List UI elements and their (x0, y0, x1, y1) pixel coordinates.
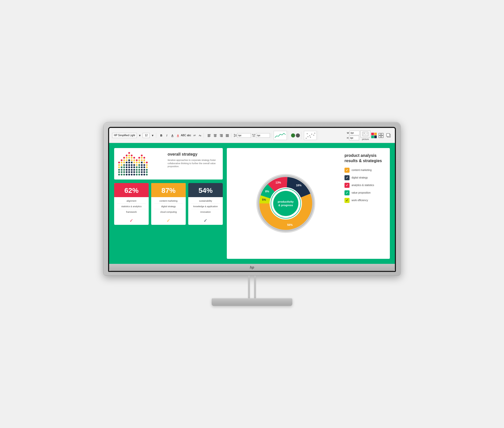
font-name-box[interactable]: HP Simplified Light (112, 133, 137, 138)
dot (136, 171, 138, 173)
dot (146, 164, 148, 166)
subscript-button[interactable]: A₂ (198, 133, 203, 138)
dot (128, 157, 130, 159)
stat-check-1: ✓ (114, 216, 149, 225)
dot-column (123, 157, 125, 175)
dot (146, 174, 148, 175)
font-size-box[interactable]: 12 (143, 133, 150, 138)
font-dropdown-btn[interactable]: ▼ (137, 133, 142, 137)
dot (126, 166, 128, 168)
legend-checkbox-5: ✓ (344, 198, 350, 203)
dot-column (128, 152, 130, 175)
dot (138, 164, 140, 166)
hp-logo: hp (250, 265, 254, 269)
color-grid-button[interactable] (371, 133, 377, 138)
dot (123, 157, 125, 159)
align-justify-btn[interactable] (225, 133, 230, 138)
dot (121, 162, 122, 163)
dot (126, 164, 128, 166)
content-area: overall strategy Iterative approaches to… (109, 143, 395, 264)
donut-center-text: productivity& progress (274, 192, 297, 215)
strategy-title: overall strategy (168, 152, 219, 157)
donut-label: 8% (265, 190, 269, 193)
table-button[interactable] (377, 132, 385, 138)
legend-checkbox-4: ✓ (344, 190, 350, 195)
dot (146, 162, 148, 163)
legend-label-4: value proposition (352, 191, 371, 194)
size-inputs: W 0pt H 0pt (347, 131, 360, 140)
dot (126, 155, 128, 156)
abc-caps-button[interactable]: ABC (181, 133, 186, 138)
stat-item-2-1: digital strategy (154, 205, 183, 209)
dot (133, 166, 135, 168)
dot-column (146, 162, 148, 175)
bold-button[interactable]: B (159, 133, 164, 138)
dot-column (136, 159, 138, 175)
stand-post-right (254, 276, 256, 298)
dot (126, 157, 128, 159)
dot (138, 159, 140, 161)
dot (118, 169, 120, 171)
align-left-btn[interactable] (206, 133, 212, 138)
dot-column (141, 155, 143, 175)
dot (141, 171, 143, 173)
dot (143, 174, 145, 175)
dot (131, 169, 133, 171)
superscript-button[interactable]: A² (192, 133, 197, 138)
donut-chart: 5%8%13%18%56% productivity& progress (256, 173, 316, 234)
strategy-card: overall strategy Iterative approaches to… (114, 148, 223, 180)
width-box[interactable]: 0pt (350, 131, 360, 135)
svg-point-22 (306, 138, 307, 139)
spacing-h-box[interactable]: 0pt (237, 133, 251, 138)
dot (128, 166, 130, 168)
spacing-v-box[interactable]: 0pt (256, 133, 270, 138)
svg-point-23 (307, 136, 308, 137)
monitor-logo-strip: hp (109, 264, 395, 271)
stat-header-1: 62% (114, 183, 149, 197)
svg-point-25 (311, 134, 312, 135)
dot (141, 157, 143, 159)
dot (146, 171, 148, 173)
height-box[interactable]: 0pt (349, 136, 359, 140)
align-center-btn[interactable] (212, 133, 218, 138)
stand-neck (248, 276, 256, 298)
italic-button[interactable]: I (164, 133, 169, 138)
product-analysis-title: product analysis results & strategies (344, 153, 385, 164)
scatter-chart-preview[interactable] (304, 131, 317, 140)
dot (133, 171, 135, 173)
font-section: HP Simplified Light ▼ 12 ▼ (111, 133, 156, 138)
dot-chart (118, 152, 164, 175)
legend-section: product analysis results & strategies ✓ … (344, 153, 385, 254)
copy-button[interactable] (385, 133, 392, 138)
dot (128, 162, 130, 163)
dot (141, 164, 143, 166)
dot (131, 166, 133, 168)
stat-number-1: 62% (117, 187, 146, 195)
dot (123, 162, 125, 163)
abc-lower-button[interactable]: abc (186, 133, 192, 138)
color-button[interactable]: A (175, 133, 180, 138)
stat-item-1-1: statistics & analytics (117, 205, 146, 209)
dot (131, 174, 133, 175)
dot (126, 169, 128, 171)
dot (133, 162, 135, 163)
underline-button[interactable]: A (170, 133, 175, 138)
font-size-dropdown-btn[interactable]: ▼ (150, 133, 155, 137)
toggle-shapes (291, 132, 300, 139)
dot (133, 169, 135, 171)
legend-label-5: work efficiency (352, 199, 368, 202)
align-right-btn[interactable] (218, 133, 224, 138)
line-chart-preview[interactable] (274, 131, 287, 140)
right-column: 5%8%13%18%56% productivity& progress (227, 148, 390, 259)
dot-column (126, 155, 128, 175)
dot (133, 174, 135, 175)
screen-bezel: HP Simplified Light ▼ 12 ▼ B I A A ABC a… (108, 127, 396, 272)
chart-section (273, 131, 288, 140)
stat-card-1: 62% alignment statistics & analytics fra… (114, 183, 149, 225)
green-circle (291, 133, 295, 137)
dot (133, 157, 135, 159)
stat-item-1-2: framework (117, 211, 146, 213)
stat-card-3: 54% sustainability knowledge & applicati… (188, 183, 223, 225)
stat-item-1-0: alignment (117, 200, 146, 204)
stat-item-3-1: knowledge & application (191, 205, 220, 209)
